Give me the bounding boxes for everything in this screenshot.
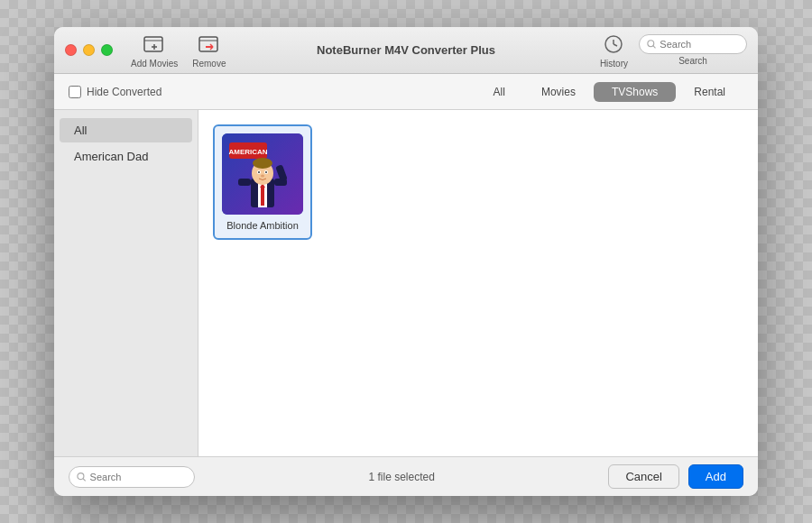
close-button[interactable]: [65, 44, 77, 56]
minimize-button[interactable]: [83, 44, 95, 56]
remove-icon: [197, 32, 222, 57]
svg-point-27: [261, 175, 264, 178]
thumbnail-art: AMERICAN: [222, 133, 303, 215]
toolbar: Add Movies Remove: [131, 32, 226, 69]
media-item-title: Blonde Ambition: [226, 220, 299, 231]
search-icon: [647, 39, 656, 50]
svg-line-11: [614, 44, 617, 46]
search-bar[interactable]: [639, 34, 747, 54]
hide-converted-checkbox[interactable]: [69, 86, 81, 98]
titlebar: Add Movies Remove NoteBurner M4V Convert…: [54, 27, 758, 74]
search-input[interactable]: [660, 39, 739, 50]
add-movies-icon: [142, 32, 167, 57]
remove-label: Remove: [192, 59, 226, 69]
svg-point-26: [265, 171, 267, 173]
main-window: Add Movies Remove NoteBurner M4V Convert…: [54, 27, 758, 496]
svg-line-13: [653, 46, 656, 49]
svg-point-22: [253, 158, 272, 169]
tab-movies[interactable]: Movies: [523, 82, 594, 102]
svg-point-31: [78, 473, 84, 479]
cancel-button[interactable]: Cancel: [608, 464, 678, 489]
search-toolbar-item: Search: [639, 34, 747, 66]
app-title: NoteBurner M4V Converter Plus: [317, 43, 495, 57]
bottom-search-input[interactable]: [90, 472, 187, 482]
hide-converted-label: Hide Converted: [87, 86, 161, 98]
search-label: Search: [678, 56, 707, 66]
svg-rect-4: [199, 37, 217, 51]
history-button[interactable]: History: [600, 32, 628, 69]
history-icon: [601, 32, 626, 57]
svg-rect-28: [238, 179, 251, 186]
media-grid: AMERICAN: [198, 110, 758, 456]
tab-tvshows[interactable]: TVShows: [594, 82, 676, 102]
window-controls: [65, 44, 113, 56]
bottom-search-bar[interactable]: [69, 466, 195, 488]
media-thumbnail: AMERICAN: [222, 133, 303, 215]
svg-line-32: [83, 478, 86, 481]
toolbar-right: History Search: [600, 32, 747, 69]
add-button[interactable]: Add: [688, 464, 743, 489]
history-label: History: [600, 59, 628, 69]
sidebar-item-american-dad[interactable]: American Dad: [60, 144, 192, 169]
svg-point-12: [648, 41, 654, 47]
remove-button[interactable]: Remove: [192, 32, 226, 69]
sidebar: All American Dad: [54, 110, 198, 456]
hide-converted-container: Hide Converted: [69, 86, 161, 98]
svg-text:AMERICAN: AMERICAN: [228, 148, 267, 156]
bottom-bar: 1 file selected Cancel Add: [54, 456, 758, 496]
bottom-search-icon: [77, 472, 87, 482]
svg-point-25: [258, 171, 260, 173]
media-item-blonde-ambition[interactable]: AMERICAN: [213, 124, 312, 240]
svg-rect-0: [144, 37, 162, 51]
filter-tabs: All Movies TVShows Rental: [475, 82, 743, 102]
sidebar-item-all[interactable]: All: [60, 118, 192, 142]
filter-bar: Hide Converted All Movies TVShows Rental: [54, 74, 758, 110]
add-movies-label: Add Movies: [131, 59, 178, 69]
tab-all[interactable]: All: [475, 82, 523, 102]
status-text: 1 file selected: [195, 471, 608, 483]
svg-rect-20: [261, 188, 264, 206]
content-area: All American Dad: [54, 110, 758, 456]
add-movies-button[interactable]: Add Movies: [131, 32, 178, 69]
tab-rental[interactable]: Rental: [676, 82, 743, 102]
bottom-buttons: Cancel Add: [608, 464, 743, 489]
maximize-button[interactable]: [101, 44, 113, 56]
